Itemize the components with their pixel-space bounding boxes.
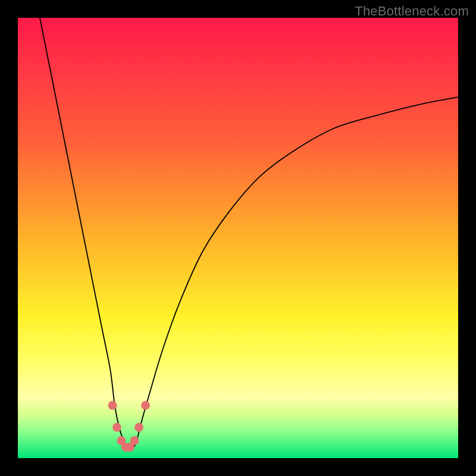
chart-svg — [18, 18, 458, 458]
chart-frame: TheBottleneck.com — [0, 0, 476, 476]
valley-marker — [108, 401, 117, 410]
valley-marker — [134, 423, 143, 432]
valley-marker — [141, 401, 150, 410]
valley-marker — [130, 436, 139, 445]
plot-area — [18, 18, 458, 458]
valley-marker — [112, 423, 121, 432]
watermark-text: TheBottleneck.com — [355, 4, 469, 19]
